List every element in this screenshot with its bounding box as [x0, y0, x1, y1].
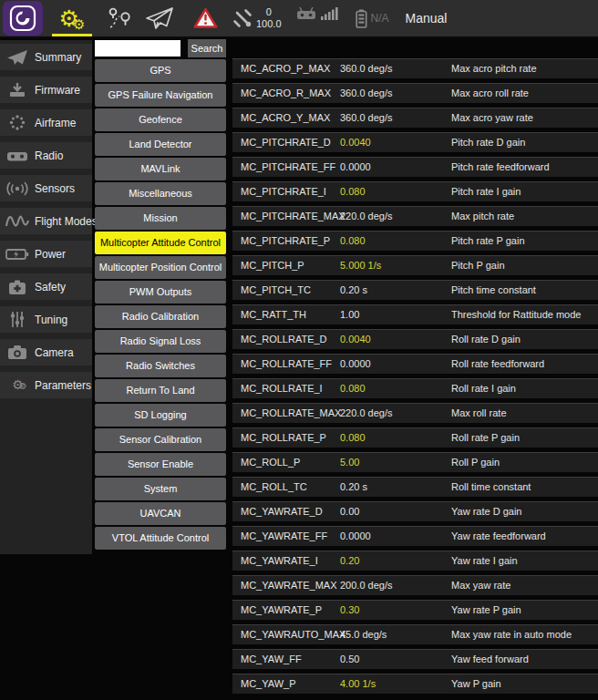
parameter-value: 0.0000	[340, 161, 451, 172]
category-system[interactable]: System	[95, 478, 226, 500]
parameter-description: Yaw rate feedforward	[451, 530, 598, 541]
category-mission[interactable]: Mission	[95, 207, 226, 230]
parameter-name: MC_ROLL_P	[232, 457, 340, 468]
parameter-row-mc-yawrauto-max[interactable]: MC_YAWRAUTO_MAX 45.0 deg/s Max yaw rate …	[232, 624, 598, 644]
sidebar-item-flight-modes[interactable]: Flight Modes	[0, 208, 92, 234]
top-toolbar: ⚙ ⚙	[0, 0, 598, 38]
category-land-detector[interactable]: Land Detector	[95, 133, 226, 156]
sidebar-item-radio[interactable]: Radio	[0, 142, 92, 169]
parameter-row-mc-pitchrate-ff[interactable]: MC_PITCHRATE_FF 0.0000 Pitch rate feedfo…	[232, 157, 598, 177]
parameter-row-mc-rollrate-ff[interactable]: MC_ROLLRATE_FF 0.0000 Roll rate feedforw…	[232, 354, 598, 374]
flight-modes-wave-icon	[3, 213, 32, 229]
category-uavcan[interactable]: UAVCAN	[95, 502, 226, 525]
parameter-row-mc-pitchrate-d[interactable]: MC_PITCHRATE_D 0.0040 Pitch rate D gain	[232, 132, 598, 152]
category-gps[interactable]: GPS	[95, 59, 226, 82]
sidebar-item-tuning[interactable]: Tuning	[0, 306, 92, 333]
parameter-row-mc-pitchrate-max[interactable]: MC_PITCHRATE_MAX 220.0 deg/s Max pitch r…	[232, 206, 598, 226]
parameter-value: 200.0 deg/s	[340, 580, 451, 591]
parameter-row-mc-roll-tc[interactable]: MC_ROLL_TC 0.20 s Roll time constant	[232, 477, 598, 497]
parameter-row-mc-acro-r-max[interactable]: MC_ACRO_R_MAX 360.0 deg/s Max acro roll …	[232, 83, 598, 103]
parameter-row-mc-yawrate-ff[interactable]: MC_YAWRATE_FF 0.0000 Yaw rate feedforwar…	[232, 526, 598, 546]
parameter-row-mc-yaw-ff[interactable]: MC_YAW_FF 0.50 Yaw feed forward	[232, 649, 598, 669]
category-sensor-calibration[interactable]: Sensor Calibration	[95, 428, 226, 451]
paper-plane-icon	[3, 49, 32, 66]
parameter-row-mc-yaw-p[interactable]: MC_YAW_P 4.00 1/s Yaw P gain	[232, 674, 598, 694]
sidebar-item-summary[interactable]: Summary	[0, 44, 92, 70]
parameter-description: Pitch rate P gain	[451, 235, 598, 246]
sidebar-item-label: Camera	[35, 346, 74, 359]
parameter-row-mc-yawrate-i[interactable]: MC_YAWRATE_I 0.20 Yaw rate I gain	[232, 551, 598, 571]
warning-triangle-icon	[193, 7, 218, 29]
parameter-name: MC_ROLLRATE_MAX	[232, 407, 340, 418]
flight-mode-label[interactable]: Manual	[406, 11, 448, 26]
parameter-value: 0.0000	[340, 530, 451, 541]
parameter-row-mc-yawrate-max[interactable]: MC_YAWRATE_MAX 200.0 deg/s Max yaw rate	[232, 575, 598, 595]
tab-plan[interactable]	[101, 0, 138, 37]
parameter-row-mc-pitch-tc[interactable]: MC_PITCH_TC 0.20 s Pitch time constant	[232, 280, 598, 300]
category-pwm-outputs[interactable]: PWM Outputs	[95, 281, 226, 304]
parameter-description: Max acro roll rate	[451, 88, 598, 98]
category-return-to-land[interactable]: Return To Land	[95, 379, 226, 402]
parameter-name: MC_PITCHRATE_D	[232, 137, 340, 148]
parameter-description: Yaw rate D gain	[451, 506, 598, 517]
category-radio-signal-loss[interactable]: Radio Signal Loss	[95, 330, 226, 353]
tab-vehicle-messages[interactable]	[187, 0, 223, 37]
parameter-row-mc-pitchrate-p[interactable]: MC_PITCHRATE_P 0.080 Pitch rate P gain	[232, 231, 598, 251]
sidebar-item-label: Parameters	[35, 379, 91, 392]
parameter-value: 0.080	[340, 432, 451, 443]
parameter-description: Roll rate P gain	[451, 432, 598, 443]
parameter-description: Yaw feed forward	[451, 654, 598, 664]
parameter-value: 0.20 s	[340, 481, 451, 492]
parameter-description: Roll rate D gain	[451, 334, 598, 345]
category-geofence[interactable]: Geofence	[95, 108, 226, 131]
category-gps-failure-navigation[interactable]: GPS Failure Navigation	[95, 84, 226, 107]
sidebar-item-parameters[interactable]: ⚙⚙ Parameters	[0, 372, 92, 398]
sidebar-item-power[interactable]: Power	[0, 241, 92, 267]
battery-status[interactable]: N/A	[356, 9, 389, 28]
parameter-row-mc-rollrate-max[interactable]: MC_ROLLRATE_MAX 220.0 deg/s Max roll rat…	[232, 403, 598, 423]
parameter-row-mc-pitchrate-i[interactable]: MC_PITCHRATE_I 0.080 Pitch rate I gain	[232, 181, 598, 201]
parameter-description: Roll rate feedforward	[451, 358, 598, 369]
search-input[interactable]	[95, 40, 180, 57]
sidebar-item-camera[interactable]: Camera	[0, 339, 92, 365]
parameter-name: MC_ROLLRATE_P	[232, 432, 340, 443]
setup-sidebar: Summary Firmware Airframe Radio Sensors …	[0, 40, 92, 554]
category-radio-calibration[interactable]: Radio Calibration	[95, 305, 226, 328]
parameter-row-mc-acro-y-max[interactable]: MC_ACRO_Y_MAX 360.0 deg/s Max acro yaw r…	[232, 108, 598, 128]
parameter-row-mc-yawrate-d[interactable]: MC_YAWRATE_D 0.00 Yaw rate D gain	[232, 501, 598, 521]
parameter-name: MC_PITCHRATE_MAX	[232, 211, 340, 221]
sidebar-item-airframe[interactable]: Airframe	[0, 109, 92, 136]
parameter-row-mc-ratt-th[interactable]: MC_RATT_TH 1.00 Threshold for Rattitude …	[232, 304, 598, 324]
sidebar-item-sensors[interactable]: Sensors	[0, 175, 92, 201]
camera-icon	[3, 345, 32, 360]
category-vtol-attitude-control[interactable]: VTOL Attitude Control	[95, 527, 226, 550]
category-radio-switches[interactable]: Radio Switches	[95, 355, 226, 377]
parameter-row-mc-yawrate-p[interactable]: MC_YAWRATE_P 0.30 Yaw rate P gain	[232, 600, 598, 620]
sidebar-item-safety[interactable]: Safety	[0, 273, 92, 300]
parameter-row-mc-rollrate-p[interactable]: MC_ROLLRATE_P 0.080 Roll rate P gain	[232, 427, 598, 448]
airframe-icon	[3, 114, 32, 131]
category-sensor-enable[interactable]: Sensor Enable	[95, 453, 226, 476]
sidebar-item-firmware[interactable]: Firmware	[0, 77, 92, 103]
parameter-value: 45.0 deg/s	[340, 629, 451, 640]
parameter-row-mc-roll-p[interactable]: MC_ROLL_P 5.00 Roll P gain	[232, 452, 598, 472]
parameter-description: Yaw rate P gain	[451, 604, 598, 615]
rc-rssi-status[interactable]	[296, 6, 339, 31]
tab-vehicle-setup[interactable]: ⚙ ⚙	[50, 0, 94, 37]
category-miscellaneous[interactable]: Miscellaneous	[95, 182, 226, 205]
gps-status[interactable]: 0 100.0	[232, 6, 282, 29]
parameter-row-mc-pitch-p[interactable]: MC_PITCH_P 5.000 1/s Pitch P gain	[232, 255, 598, 275]
parameter-row-mc-rollrate-i[interactable]: MC_ROLLRATE_I 0.080 Roll rate I gain	[232, 378, 598, 398]
parameter-row-mc-rollrate-d[interactable]: MC_ROLLRATE_D 0.0040 Roll rate D gain	[232, 329, 598, 349]
sidebar-item-label: Airframe	[35, 117, 76, 129]
parameter-description: Max roll rate	[451, 407, 598, 418]
parameter-row-mc-acro-p-max[interactable]: MC_ACRO_P_MAX 360.0 deg/s Max acro pitch…	[232, 58, 598, 78]
search-button[interactable]: Search	[188, 39, 226, 57]
category-multicopter-attitude-control[interactable]: Multicopter Attitude Control	[95, 232, 226, 254]
category-multicopter-position-control[interactable]: Multicopter Position Control	[95, 256, 226, 279]
category-mavlink[interactable]: MAVLink	[95, 158, 226, 180]
category-sd-logging[interactable]: SD Logging	[95, 404, 226, 427]
qgroundcontrol-logo[interactable]	[3, 1, 43, 36]
gps-satellite-count: 0	[266, 6, 272, 18]
tab-fly[interactable]	[139, 0, 180, 37]
